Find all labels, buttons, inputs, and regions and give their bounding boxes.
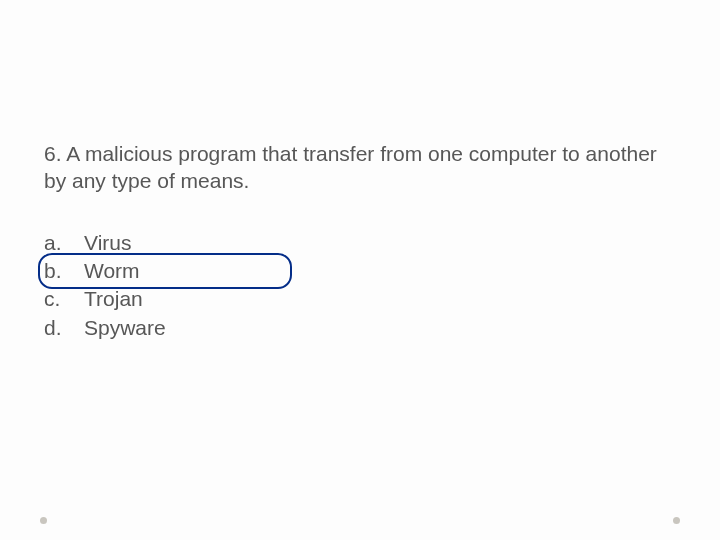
question-text: 6. A malicious program that transfer fro… bbox=[44, 140, 676, 195]
question-number: 6. bbox=[44, 142, 62, 165]
option-text: Worm bbox=[84, 257, 676, 285]
question-body: A malicious program that transfer from o… bbox=[44, 142, 657, 192]
option-text: Spyware bbox=[84, 314, 676, 342]
slide: 6. A malicious program that transfer fro… bbox=[0, 0, 720, 342]
option-row: a.Virus bbox=[44, 229, 676, 257]
option-label: c. bbox=[44, 285, 84, 313]
footer-dot-right bbox=[673, 517, 680, 524]
option-label: b. bbox=[44, 257, 84, 285]
options-list: a.Virusb.Wormc.Trojand.Spyware bbox=[44, 229, 676, 342]
option-label: a. bbox=[44, 229, 84, 257]
option-text: Trojan bbox=[84, 285, 676, 313]
option-row: d.Spyware bbox=[44, 314, 676, 342]
option-row: c.Trojan bbox=[44, 285, 676, 313]
footer-dot-left bbox=[40, 517, 47, 524]
option-row: b.Worm bbox=[44, 257, 676, 285]
option-label: d. bbox=[44, 314, 84, 342]
option-text: Virus bbox=[84, 229, 676, 257]
